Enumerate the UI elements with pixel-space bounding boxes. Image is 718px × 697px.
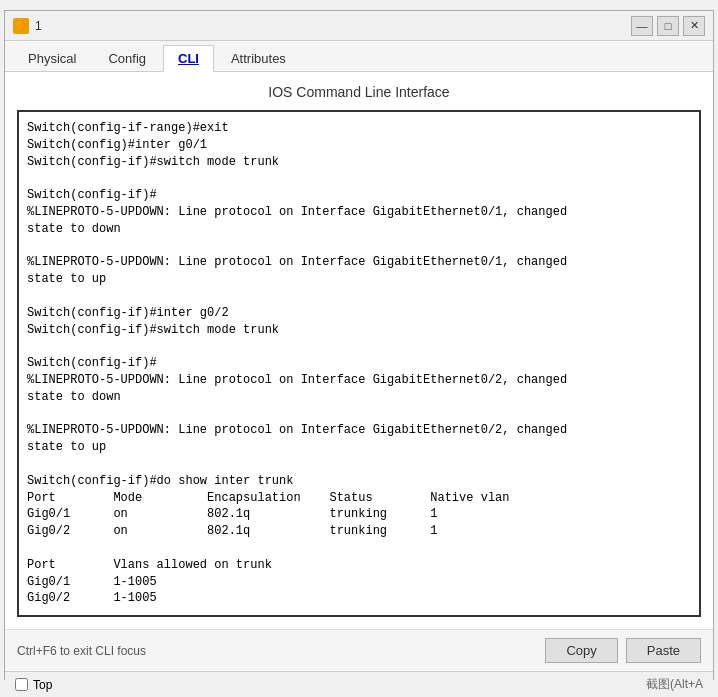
title-bar: 🔶 1 — □ ✕: [5, 11, 713, 41]
tab-bar: Physical Config CLI Attributes: [5, 41, 713, 72]
tab-cli[interactable]: CLI: [163, 45, 214, 72]
section-title: IOS Command Line Interface: [17, 84, 701, 100]
shortcut-hint: Ctrl+F6 to exit CLI focus: [17, 644, 146, 658]
window-title: 1: [35, 19, 631, 33]
bottom-bar: Ctrl+F6 to exit CLI focus Copy Paste: [5, 629, 713, 671]
tab-attributes[interactable]: Attributes: [216, 45, 301, 71]
tab-config[interactable]: Config: [93, 45, 161, 71]
action-buttons: Copy Paste: [545, 638, 701, 663]
copy-button[interactable]: Copy: [545, 638, 617, 663]
tab-physical[interactable]: Physical: [13, 45, 91, 71]
footer-bar: Top 截图(Alt+A: [5, 671, 713, 697]
top-checkbox-group: Top: [15, 678, 52, 692]
top-label: Top: [33, 678, 52, 692]
window-icon: 🔶: [13, 18, 29, 34]
paste-button[interactable]: Paste: [626, 638, 701, 663]
top-checkbox[interactable]: [15, 678, 28, 691]
minimize-button[interactable]: —: [631, 16, 653, 36]
content-area: IOS Command Line Interface Switch(config…: [5, 72, 713, 629]
main-window: 🔶 1 — □ ✕ Physical Config CLI Attributes…: [4, 10, 714, 680]
cli-terminal[interactable]: Switch(config-if-range)#exit Switch(conf…: [17, 110, 701, 617]
close-button[interactable]: ✕: [683, 16, 705, 36]
window-controls: — □ ✕: [631, 16, 705, 36]
maximize-button[interactable]: □: [657, 16, 679, 36]
footer-watermark: 截图(Alt+A: [646, 676, 703, 693]
cli-output: Switch(config-if-range)#exit Switch(conf…: [27, 120, 691, 607]
